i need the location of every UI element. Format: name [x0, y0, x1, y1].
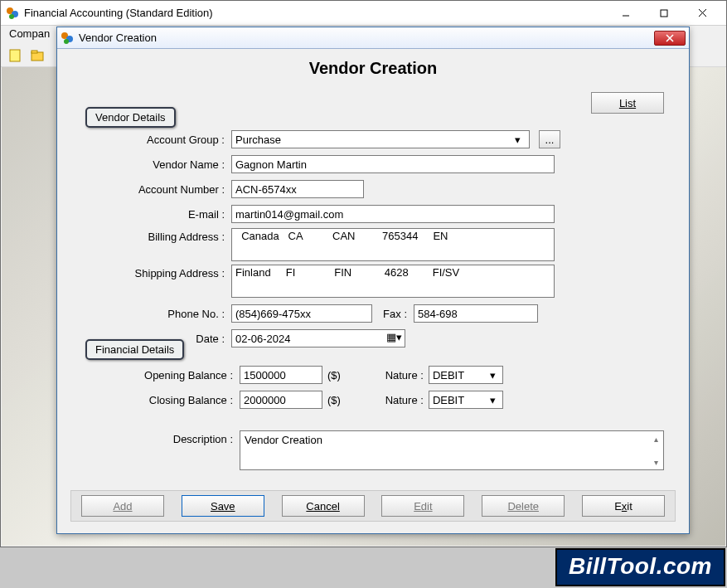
label-closing-balance: Closing Balance : [107, 394, 240, 406]
vendor-name-input[interactable] [231, 155, 555, 173]
dialog-title-bar: Vendor Creation [57, 27, 689, 49]
svg-rect-9 [32, 51, 37, 53]
label-description: Description : [107, 430, 240, 470]
label-account-group: Account Group : [107, 134, 231, 146]
vendor-form: Account Group : ▾ ... Vendor Name : Acco… [107, 129, 664, 352]
page-title: Vendor Creation [57, 49, 689, 83]
dialog-app-icon [61, 32, 74, 45]
dialog-title: Vendor Creation [79, 32, 654, 44]
maximize-button[interactable] [645, 2, 683, 25]
list-button[interactable]: List [591, 92, 664, 114]
description-textarea[interactable]: Vendor Creation ▴ ▾ [240, 430, 664, 470]
main-title-bar: Financial Accounting (Standard Edition) [1, 1, 726, 26]
minimize-button[interactable] [607, 2, 645, 25]
svg-rect-4 [661, 10, 667, 17]
label-fax: Fax : [372, 308, 414, 320]
label-phone: Phone No. : [107, 308, 231, 320]
calendar-icon[interactable]: ▦▾ [386, 331, 402, 343]
toolbar-open-icon[interactable] [27, 46, 47, 66]
label-account-number: Account Number : [107, 183, 231, 196]
label-opening-balance: Opening Balance : [107, 369, 240, 381]
scroll-up-icon[interactable]: ▴ [650, 433, 662, 445]
billtool-watermark: BillTool.com [555, 548, 725, 586]
app-icon [6, 7, 19, 20]
label-nature-2: Nature : [346, 394, 429, 406]
date-picker[interactable] [231, 329, 405, 347]
email-input[interactable] [231, 205, 555, 223]
shipping-address-input[interactable]: Finland FI FIN 4628 FI/SV [231, 265, 555, 298]
phone-input[interactable] [231, 304, 372, 323]
edit-button[interactable]: Edit [381, 495, 464, 517]
opening-balance-input[interactable] [240, 366, 322, 384]
main-window-title: Financial Accounting (Standard Edition) [24, 7, 607, 19]
menu-company[interactable]: Compan [9, 27, 50, 40]
svg-rect-7 [10, 50, 20, 61]
scroll-down-icon[interactable]: ▾ [650, 456, 662, 468]
closing-balance-input[interactable] [240, 391, 322, 409]
section-vendor-details: Vendor Details [85, 107, 176, 128]
label-billing-address: Billing Address : [107, 228, 231, 243]
dialog-body: Vendor Creation List Vendor Details Acco… [57, 49, 689, 533]
dialog-close-button[interactable] [654, 31, 686, 46]
svg-point-2 [9, 14, 14, 19]
save-button[interactable]: Save [182, 495, 264, 517]
account-number-input[interactable] [231, 180, 364, 198]
main-close-button[interactable] [683, 2, 721, 25]
cancel-button[interactable]: Cancel [282, 495, 365, 517]
vendor-creation-dialog: Vendor Creation Vendor Creation List Ven… [56, 27, 690, 534]
account-group-browse-button[interactable]: ... [539, 130, 560, 148]
currency-label-1: ($) [322, 369, 346, 381]
close-icon [665, 34, 675, 42]
fax-input[interactable] [414, 304, 538, 323]
section-financial-details: Financial Details [85, 339, 184, 360]
add-button[interactable]: Add [81, 495, 164, 517]
button-bar: Add Save Cancel Edit Delete Exit [70, 490, 676, 522]
label-nature-1: Nature : [346, 369, 429, 381]
label-shipping-address: Shipping Address : [107, 265, 231, 279]
nature-select-1[interactable] [429, 366, 503, 384]
account-group-select[interactable] [231, 130, 530, 148]
svg-point-12 [64, 39, 69, 44]
label-email: E-mail : [107, 208, 231, 221]
toolbar-new-icon[interactable] [6, 46, 26, 66]
billing-address-input[interactable]: Canada CA CAN 765344 EN [231, 228, 555, 261]
delete-button[interactable]: Delete [482, 495, 565, 517]
nature-select-2[interactable] [429, 391, 503, 409]
currency-label-2: ($) [322, 394, 346, 406]
exit-button[interactable]: Exit [582, 495, 665, 517]
financial-form: Opening Balance : ($) Nature : ▾ Closing… [107, 364, 664, 414]
label-vendor-name: Vendor Name : [107, 158, 231, 171]
